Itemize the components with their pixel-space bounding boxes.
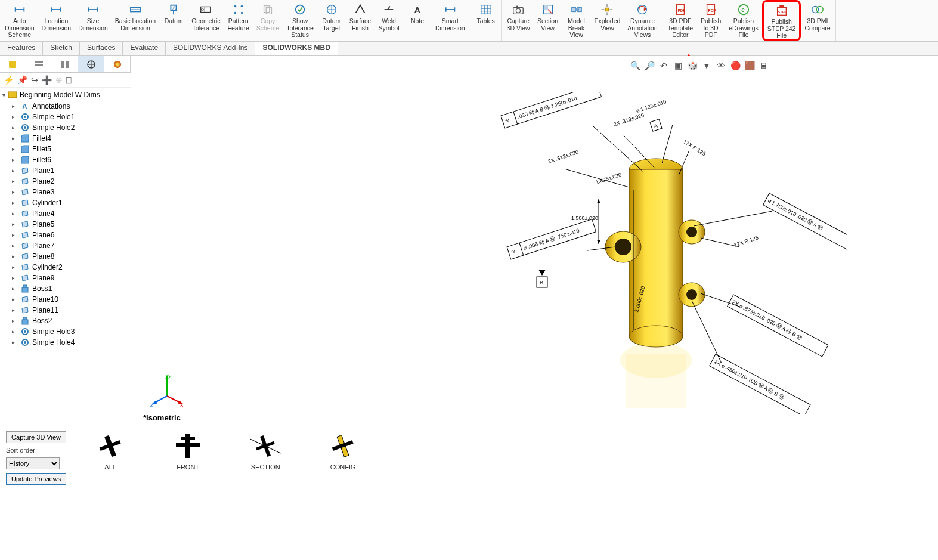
datum-target-button[interactable]: DatumTarget xyxy=(317,0,346,41)
tree-item-fillet5[interactable]: ▸Fillet5 xyxy=(0,144,131,154)
tree-item-boss2[interactable]: ▸Boss2 xyxy=(0,315,131,326)
3dpdf-template-editor-button[interactable]: PDF3D PDFTemplateEditor xyxy=(664,0,697,41)
filter-icon[interactable]: ⚡ xyxy=(4,75,14,85)
pattern-feature-button[interactable]: PatternFeature xyxy=(224,0,253,41)
expand-icon[interactable]: ▸ xyxy=(12,211,18,216)
tree-item-plane10[interactable]: ▸Plane10 xyxy=(0,294,131,305)
update-previews-button[interactable]: Update Previews xyxy=(6,473,66,485)
expand-icon[interactable]: ▸ xyxy=(12,243,18,249)
arrow-icon[interactable]: ↪ xyxy=(31,75,38,85)
tables-button[interactable]: Tables xyxy=(472,0,500,41)
property-tab[interactable] xyxy=(26,56,52,72)
thumbnail-front[interactable]: FRONT xyxy=(158,431,218,471)
scene-icon[interactable]: 🟫 xyxy=(744,60,756,72)
publish-3d-pdf-button[interactable]: PDFPublishto 3DPDF xyxy=(696,0,725,41)
bracket-icon[interactable]: ⎕ xyxy=(66,75,71,85)
tree-item-fillet4[interactable]: ▸Fillet4 xyxy=(0,133,131,144)
surface-finish-button[interactable]: SurfaceFinish xyxy=(346,0,374,41)
tree-item-plane8[interactable]: ▸Plane8 xyxy=(0,251,131,262)
view-orientation-icon[interactable]: 🎲 xyxy=(686,60,698,72)
tree-item-plane5[interactable]: ▸Plane5 xyxy=(0,219,131,230)
tree-item-simplehole1[interactable]: ▸Simple Hole1 xyxy=(0,112,131,122)
tree-item-plane1[interactable]: ▸Plane1 xyxy=(0,165,131,176)
config-tab[interactable] xyxy=(52,56,79,72)
expand-icon[interactable]: ▸ xyxy=(12,114,18,120)
appearance-tab[interactable] xyxy=(104,56,131,72)
expand-icon[interactable]: ▸ xyxy=(12,178,18,184)
expand-icon[interactable]: ▸ xyxy=(12,307,18,313)
expand-icon[interactable]: ▸ xyxy=(12,275,18,281)
hide-show-icon[interactable]: 👁 xyxy=(715,60,727,72)
auto-dimension-scheme-button[interactable]: AutoDimensionScheme xyxy=(1,0,38,41)
tree-item-plane4[interactable]: ▸Plane4 xyxy=(0,208,131,219)
thumbnail-all[interactable]: ALL xyxy=(81,431,140,471)
capture-3d-view-button[interactable]: Capture3D View xyxy=(503,0,534,41)
tree-item-cylinder2[interactable]: ▸Cylinder2 xyxy=(0,262,131,273)
exploded-view-button[interactable]: ExplodedView xyxy=(591,0,624,41)
sort-order-select[interactable]: History xyxy=(6,457,60,469)
dynamic-annotation-views-button[interactable]: DynamicAnnotationViews xyxy=(624,0,661,41)
publish-step242-button[interactable]: STEPPublishSTEP 242File xyxy=(762,0,801,41)
location-dimension-button[interactable]: LocationDimension xyxy=(38,0,75,41)
section-view-button[interactable]: SectionView xyxy=(534,0,562,41)
tab-sketch[interactable]: Sketch xyxy=(43,42,80,55)
tree-item-fillet6[interactable]: ▸Fillet6 xyxy=(0,154,131,165)
tree-item-annotations[interactable]: ▸AAnnotations xyxy=(0,101,131,112)
size-dimension-button[interactable]: SizeDimension xyxy=(75,0,112,41)
show-tolerance-status-button[interactable]: ShowToleranceStatus xyxy=(283,0,317,41)
expand-icon[interactable]: ▸ xyxy=(12,253,18,259)
appearance-icon[interactable]: 🔴 xyxy=(729,60,741,72)
expand-icon[interactable]: ▸ xyxy=(12,125,18,131)
plus-icon[interactable]: ➕ xyxy=(42,75,52,85)
weld-symbol-button[interactable]: WeldSymbol xyxy=(374,0,403,41)
publish-edrawings-button[interactable]: ePublisheDrawingsFile xyxy=(725,0,762,41)
tab-surfaces[interactable]: Surfaces xyxy=(80,42,123,55)
dimxpert-tab[interactable] xyxy=(78,56,104,72)
expand-icon[interactable]: ▸ xyxy=(12,189,18,195)
tree-item-plane9[interactable]: ▸Plane9 xyxy=(0,273,131,283)
tree-item-plane2[interactable]: ▸Plane2 xyxy=(0,176,131,187)
tree-item-plane11[interactable]: ▸Plane11 xyxy=(0,305,131,315)
smart-dimension-button[interactable]: SmartDimension xyxy=(432,0,469,41)
display-style-icon[interactable]: ▼ xyxy=(701,60,713,72)
tree-item-cylinder1[interactable]: ▸Cylinder1 xyxy=(0,197,131,208)
tree-item-plane7[interactable]: ▸Plane7 xyxy=(0,240,131,251)
tree-item-plane6[interactable]: ▸Plane6 xyxy=(0,230,131,240)
expand-icon[interactable]: ▸ xyxy=(12,264,18,270)
graphics-viewport[interactable]: 🔍 🔎 ↶ ▣ 🎲 ▼ 👁 🔴 🟫 🖥 xyxy=(131,56,938,426)
tree-item-boss1[interactable]: ▸Boss1 xyxy=(0,283,131,294)
thumbnail-section[interactable]: SECTION xyxy=(236,431,295,471)
expand-icon[interactable]: ▸ xyxy=(12,286,18,292)
expand-icon[interactable]: ▸ xyxy=(12,157,18,163)
expand-icon[interactable]: ▸ xyxy=(12,200,18,206)
basic-location-dimension-button[interactable]: Basic LocationDimension xyxy=(112,0,159,41)
tree-item-plane3[interactable]: ▸Plane3 xyxy=(0,187,131,197)
tab-evaluate[interactable]: Evaluate xyxy=(123,42,166,55)
pin-icon[interactable]: 📌 xyxy=(17,75,27,85)
expand-icon[interactable]: ▸ xyxy=(12,146,18,152)
expand-icon[interactable]: ▸ xyxy=(12,135,18,141)
note-button[interactable]: ANote xyxy=(403,0,432,41)
model-break-view-button[interactable]: ModelBreakView xyxy=(562,0,591,41)
expand-icon[interactable]: ▸ xyxy=(12,103,18,109)
expand-icon[interactable]: ▸ xyxy=(12,232,18,238)
prev-view-icon[interactable]: ↶ xyxy=(658,60,670,72)
thumbnail-config[interactable]: CONFIG xyxy=(313,431,373,471)
3d-pmi-compare-button[interactable]: 3D PMICompare xyxy=(801,0,834,41)
expand-icon[interactable]: ▾ xyxy=(2,92,5,98)
expand-icon[interactable]: ▸ xyxy=(12,329,18,335)
geometric-tolerance-button[interactable]: GeometricTolerance xyxy=(188,0,224,41)
expand-icon[interactable]: ▸ xyxy=(12,318,18,324)
tab-solidworks-mbd[interactable]: SOLIDWORKS MBD xyxy=(255,42,338,55)
tree-item-simplehole2[interactable]: ▸Simple Hole2 xyxy=(0,122,131,133)
section-view-icon[interactable]: ▣ xyxy=(672,60,684,72)
tree-item-simplehole4[interactable]: ▸Simple Hole4 xyxy=(0,337,131,348)
feature-tree-tab[interactable] xyxy=(0,56,26,72)
capture-3d-view-button[interactable]: Capture 3D View xyxy=(6,431,66,443)
tab-solidworks-add-ins[interactable]: SOLIDWORKS Add-Ins xyxy=(166,42,255,55)
datum-button[interactable]: ADatum xyxy=(159,0,188,41)
expand-icon[interactable]: ▸ xyxy=(12,296,18,302)
tab-features[interactable]: Features xyxy=(0,42,43,55)
expand-icon[interactable]: ▸ xyxy=(12,168,18,174)
zoom-area-icon[interactable]: 🔎 xyxy=(643,60,655,72)
